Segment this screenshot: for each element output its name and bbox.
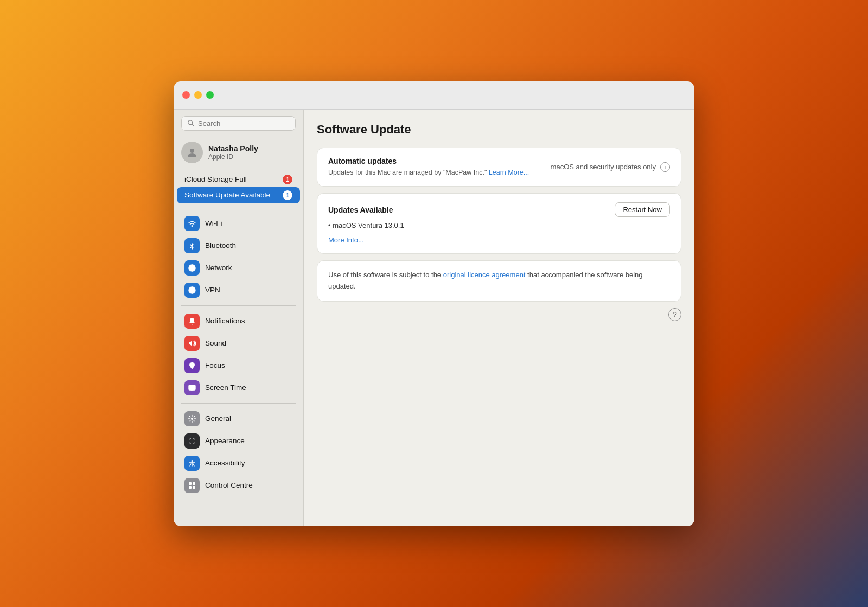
focus-icon-badge	[184, 358, 200, 373]
more-info-link[interactable]: More Info...	[328, 236, 364, 244]
sidebar-item-notifications[interactable]: Notifications	[177, 310, 300, 332]
sidebar-item-accessibility[interactable]: Accessibility	[177, 452, 300, 474]
sidebar-item-general[interactable]: General	[177, 408, 300, 430]
divider-3	[181, 403, 296, 404]
sound-icon-badge	[184, 336, 200, 351]
appearance-icon-badge	[184, 433, 200, 449]
auto-updates-desc-text: Updates for this Mac are managed by "Mac…	[328, 169, 487, 176]
bluetooth-icon	[188, 241, 196, 250]
help-button[interactable]: ?	[668, 308, 681, 321]
maximize-button[interactable]	[206, 91, 214, 99]
sidebar-item-focus[interactable]: Focus	[177, 355, 300, 376]
sidebar-item-bluetooth[interactable]: Bluetooth	[177, 235, 300, 257]
screen-time-label: Screen Time	[205, 384, 246, 392]
update-item: • macOS Ventura 13.0.1	[328, 221, 670, 229]
svg-point-14	[192, 460, 193, 462]
license-link[interactable]: original licence agreement	[443, 271, 526, 279]
svg-line-1	[192, 124, 194, 126]
divider-1	[181, 208, 296, 208]
svg-rect-17	[189, 486, 192, 489]
minimize-button[interactable]	[194, 91, 202, 99]
screen-time-icon-badge	[184, 380, 200, 395]
sidebar-item-left: Software Update Available	[184, 191, 270, 199]
sidebar: Natasha Polly Apple ID iCloud Storage Fu…	[174, 110, 304, 526]
vpn-icon	[188, 286, 196, 295]
divider-2	[181, 305, 296, 306]
sidebar-item-sound[interactable]: Sound	[177, 333, 300, 354]
sidebar-item-control-centre[interactable]: Control Centre	[177, 475, 300, 496]
learn-more-link[interactable]: Learn More...	[489, 169, 529, 176]
control-centre-icon-badge	[184, 478, 200, 493]
system-settings-window: Natasha Polly Apple ID iCloud Storage Fu…	[174, 81, 694, 526]
license-text-before: Use of this software is subject to the	[328, 271, 443, 279]
auto-updates-desc: Updates for this Mac are managed by "Mac…	[328, 168, 551, 178]
control-centre-label: Control Centre	[205, 481, 253, 489]
notifications-label: Notifications	[205, 317, 245, 325]
main-content: Software Update Automatic updates Update…	[304, 110, 694, 526]
auto-updates-card: Automatic updates Updates for this Mac a…	[317, 148, 681, 187]
license-card: Use of this software is subject to the o…	[317, 260, 681, 302]
user-info: Natasha Polly Apple ID	[208, 144, 258, 161]
sidebar-item-appearance[interactable]: Appearance	[177, 430, 300, 452]
icloud-label: iCloud Storage Full	[184, 175, 247, 183]
notifications-icon-badge	[184, 314, 200, 329]
software-update-badge: 1	[283, 190, 292, 200]
info-icon[interactable]: i	[660, 162, 670, 172]
accessibility-icon	[188, 459, 196, 468]
search-container	[174, 116, 303, 137]
restart-now-button[interactable]: Restart Now	[615, 202, 670, 217]
svg-rect-18	[193, 486, 195, 489]
network-label: Network	[205, 264, 232, 272]
updates-available-card: Updates Available Restart Now • macOS Ve…	[317, 193, 681, 254]
vpn-icon-badge	[184, 283, 200, 298]
appearance-label: Appearance	[205, 437, 245, 445]
user-sub: Apple ID	[208, 153, 258, 161]
sidebar-item-vpn[interactable]: VPN	[177, 279, 300, 301]
svg-rect-15	[189, 482, 192, 485]
avatar	[181, 142, 203, 163]
general-label: General	[205, 414, 231, 423]
sidebar-item-software-update[interactable]: Software Update Available 1	[177, 187, 300, 203]
user-profile[interactable]: Natasha Polly Apple ID	[174, 137, 303, 172]
focus-label: Focus	[205, 361, 225, 369]
focus-icon	[188, 361, 196, 370]
network-icon-badge	[184, 260, 200, 276]
avatar-icon	[186, 146, 199, 159]
search-box[interactable]	[181, 116, 296, 131]
sidebar-item-icloud[interactable]: iCloud Storage Full 1	[177, 172, 300, 187]
svg-point-12	[191, 418, 193, 420]
traffic-lights	[182, 91, 214, 99]
accessibility-label: Accessibility	[205, 459, 245, 467]
icloud-badge: 1	[283, 175, 292, 184]
updates-available-title: Updates Available	[328, 206, 393, 214]
wifi-icon-badge	[184, 216, 200, 231]
general-icon	[188, 414, 196, 423]
bluetooth-label: Bluetooth	[205, 241, 236, 250]
wifi-label: Wi-Fi	[205, 219, 222, 227]
auto-updates-status: macOS and security updates only	[551, 163, 656, 171]
sidebar-item-screen-time[interactable]: Screen Time	[177, 377, 300, 399]
updates-card-header: Updates Available Restart Now	[328, 202, 670, 217]
sidebar-item-wifi[interactable]: Wi-Fi	[177, 213, 300, 234]
screen-time-icon	[188, 384, 196, 392]
auto-updates-right: macOS and security updates only i	[551, 162, 670, 172]
sidebar-item-network[interactable]: Network	[177, 257, 300, 279]
general-icon-badge	[184, 411, 200, 426]
page-title: Software Update	[317, 123, 681, 137]
wifi-icon	[188, 219, 196, 228]
user-name: Natasha Polly	[208, 144, 258, 153]
software-update-label: Software Update Available	[184, 191, 270, 199]
svg-point-2	[190, 149, 194, 153]
auto-updates-title: Automatic updates	[328, 157, 551, 165]
accessibility-icon-badge	[184, 456, 200, 471]
svg-rect-16	[193, 482, 195, 485]
sound-icon	[188, 339, 196, 348]
network-icon	[188, 264, 196, 272]
close-button[interactable]	[182, 91, 190, 99]
auto-updates-left: Automatic updates Updates for this Mac a…	[328, 157, 551, 178]
sound-label: Sound	[205, 339, 226, 347]
search-input[interactable]	[198, 119, 290, 127]
search-icon	[187, 119, 195, 127]
help-btn-container: ?	[317, 308, 681, 321]
svg-point-3	[192, 225, 193, 227]
